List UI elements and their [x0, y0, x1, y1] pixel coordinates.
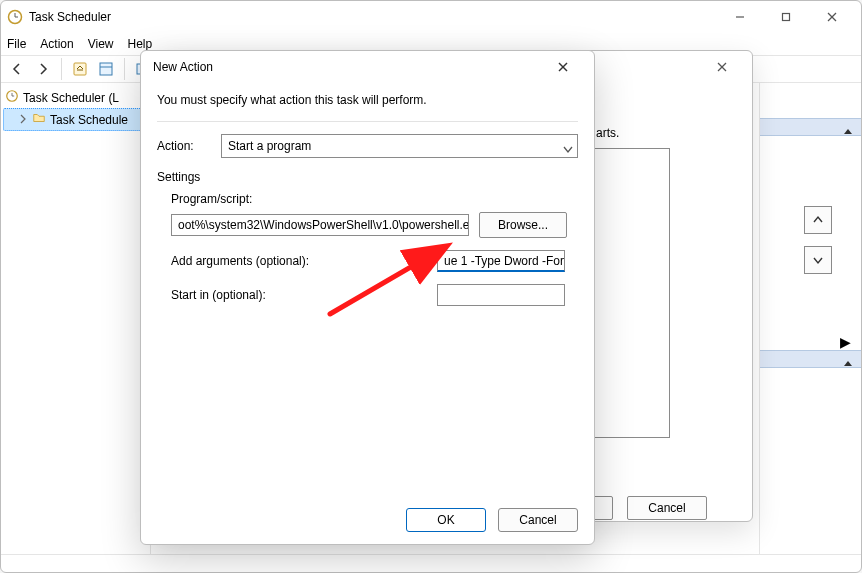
close-button[interactable] [702, 51, 742, 83]
actions-section-1 [760, 118, 861, 136]
menu-file[interactable]: File [7, 37, 26, 51]
program-label: Program/script: [171, 192, 578, 206]
chevron-right-icon [18, 113, 28, 127]
close-button[interactable] [544, 53, 582, 81]
actions-listbox-fragment[interactable] [595, 148, 670, 438]
move-down-button[interactable] [804, 246, 832, 274]
tree-library[interactable]: Task Schedule [3, 108, 148, 131]
action-value: Start a program [228, 139, 311, 153]
tree-root-label: Task Scheduler (L [23, 91, 119, 105]
tree-library-label: Task Schedule [50, 113, 128, 127]
menu-help[interactable]: Help [128, 37, 153, 51]
actions-section-2 [760, 350, 861, 368]
tree-root[interactable]: Task Scheduler (L [3, 87, 148, 108]
move-up-button[interactable] [804, 206, 832, 234]
program-input[interactable]: oot%\system32\WindowsPowerShell\v1.0\pow… [171, 214, 469, 236]
folder-icon [32, 111, 46, 128]
action-label: Action: [157, 139, 213, 153]
statusbar [1, 554, 861, 573]
clock-icon [7, 9, 23, 25]
arguments-input[interactable]: ue 1 -Type Dword -Force [437, 250, 565, 272]
browse-button[interactable]: Browse... [479, 212, 567, 238]
back-message-fragment: arts. [596, 126, 619, 140]
ok-button[interactable]: OK [406, 508, 486, 532]
collapse-icon[interactable] [843, 123, 853, 141]
up-button[interactable] [68, 57, 92, 81]
window-controls [717, 1, 855, 33]
collapse-icon[interactable] [843, 355, 853, 373]
new-action-dialog: New Action You must specify what action … [140, 50, 595, 545]
startin-label: Start in (optional): [171, 288, 437, 302]
close-button[interactable] [809, 1, 855, 33]
instruction-text: You must specify what action this task w… [157, 93, 578, 107]
settings-groupbox-label: Settings [157, 170, 578, 184]
cancel-button[interactable]: Cancel [498, 508, 578, 532]
minimize-button[interactable] [717, 1, 763, 33]
pane-button[interactable] [94, 57, 118, 81]
svg-rect-7 [74, 63, 86, 75]
maximize-button[interactable] [763, 1, 809, 33]
arguments-label: Add arguments (optional): [171, 254, 437, 268]
actions-pane: ▶ [759, 83, 861, 554]
svg-rect-4 [783, 14, 790, 21]
startin-input[interactable] [437, 284, 565, 306]
menu-view[interactable]: View [88, 37, 114, 51]
back-button[interactable] [5, 57, 29, 81]
titlebar: Task Scheduler [1, 1, 861, 33]
window-title: Task Scheduler [29, 10, 111, 24]
menu-action[interactable]: Action [40, 37, 73, 51]
clock-icon [5, 89, 19, 106]
svg-rect-8 [100, 63, 112, 75]
action-combobox[interactable]: Start a program [221, 134, 578, 158]
more-indicator[interactable]: ▶ [760, 334, 861, 350]
forward-button[interactable] [31, 57, 55, 81]
chevron-down-icon [563, 143, 573, 157]
dialog-title: New Action [153, 60, 213, 74]
tree-panel: Task Scheduler (L Task Schedule [1, 83, 151, 554]
back-cancel-button[interactable]: Cancel [627, 496, 707, 520]
